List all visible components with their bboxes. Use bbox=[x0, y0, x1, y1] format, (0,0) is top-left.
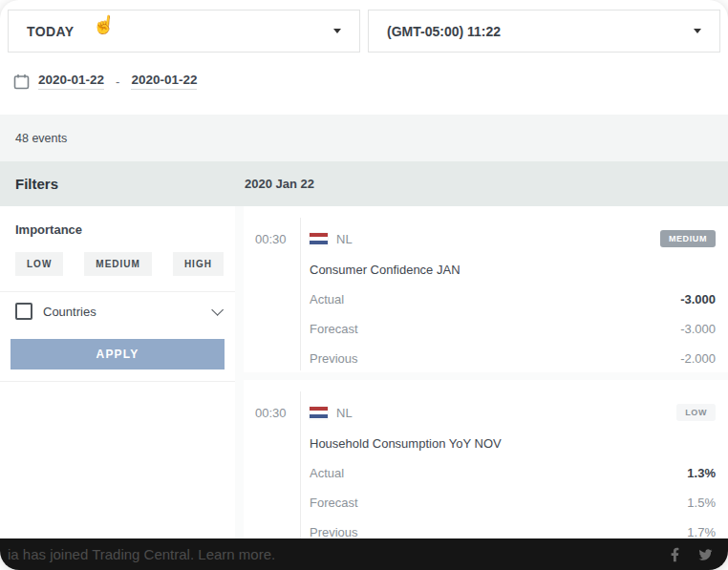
calendar-icon bbox=[13, 74, 30, 90]
economic-calendar-widget: TODAY ☝ (GMT-05:00) 11:22 2020-01-22 - 2… bbox=[0, 0, 728, 570]
main-area: Importance LOW MEDIUM HIGH Countries APP… bbox=[0, 206, 728, 538]
ticker-text[interactable]: ia has joined Trading Central. Learn mor… bbox=[8, 546, 275, 562]
event-time: 00:30 bbox=[244, 391, 300, 538]
event-time: 00:30 bbox=[244, 218, 300, 370]
facebook-icon[interactable] bbox=[671, 547, 679, 562]
apply-button[interactable]: APPLY bbox=[11, 339, 225, 369]
metric-value: -3.000 bbox=[680, 322, 716, 336]
importance-medium-button[interactable]: MEDIUM bbox=[84, 252, 152, 276]
nl-flag-icon bbox=[310, 407, 328, 419]
metric-value: -3.000 bbox=[680, 292, 716, 306]
metric-value: 1.7% bbox=[687, 525, 716, 538]
event-row[interactable]: 00:30 NL LOW Household Consumption YoY N… bbox=[244, 380, 728, 538]
country-code: NL bbox=[336, 406, 353, 420]
metric-label: Actual bbox=[310, 466, 344, 480]
metric-actual: Actual 1.3% bbox=[310, 466, 716, 480]
metric-value: 1.3% bbox=[687, 466, 716, 480]
events-count-label: 48 events bbox=[15, 132, 67, 145]
period-dropdown-label: TODAY bbox=[27, 24, 74, 39]
event-row[interactable]: 00:30 NL MEDIUM Consumer Confidence JAN … bbox=[244, 206, 728, 372]
timezone-dropdown-label: (GMT-05:00) 11:22 bbox=[387, 24, 501, 39]
divider bbox=[0, 381, 235, 382]
event-title: Consumer Confidence JAN bbox=[310, 263, 716, 277]
period-dropdown[interactable]: TODAY ☝ bbox=[8, 10, 360, 53]
importance-badge: LOW bbox=[676, 404, 716, 421]
date-range: 2020-01-22 - 2020-01-22 bbox=[0, 53, 728, 115]
importance-buttons: LOW MEDIUM HIGH bbox=[0, 252, 235, 276]
date-end-input[interactable]: 2020-01-22 bbox=[131, 73, 197, 90]
date-separator: - bbox=[113, 74, 122, 89]
metric-forecast: Forecast 1.5% bbox=[310, 496, 716, 510]
toolbar: TODAY ☝ (GMT-05:00) 11:22 bbox=[0, 0, 728, 53]
metric-previous: Previous 1.7% bbox=[310, 525, 716, 538]
countries-label: Countries bbox=[43, 305, 96, 319]
countries-expander[interactable]: Countries bbox=[0, 291, 235, 330]
metric-forecast: Forecast -3.000 bbox=[310, 322, 716, 336]
chevron-down-icon bbox=[333, 29, 341, 33]
day-header: 2020 Jan 22 bbox=[245, 177, 314, 191]
importance-high-button[interactable]: HIGH bbox=[173, 252, 224, 276]
news-ticker-bar: ia has joined Trading Central. Learn mor… bbox=[0, 538, 728, 570]
section-header: Filters 2020 Jan 22 bbox=[0, 161, 728, 206]
countries-checkbox[interactable] bbox=[15, 303, 32, 320]
metric-label: Forecast bbox=[310, 496, 358, 510]
chevron-down-icon bbox=[694, 29, 701, 33]
metric-value: 1.5% bbox=[687, 496, 716, 510]
filters-title: Filters bbox=[0, 176, 235, 192]
filters-sidebar: Importance LOW MEDIUM HIGH Countries APP… bbox=[0, 206, 235, 538]
importance-low-button[interactable]: LOW bbox=[15, 252, 63, 276]
metric-label: Previous bbox=[310, 351, 358, 366]
metric-previous: Previous -2.000 bbox=[310, 351, 716, 366]
twitter-icon[interactable] bbox=[697, 548, 714, 561]
cursor-hand-icon: ☝ bbox=[92, 11, 118, 36]
metric-label: Actual bbox=[310, 292, 344, 306]
chevron-down-icon bbox=[211, 304, 224, 316]
metric-label: Previous bbox=[310, 525, 358, 538]
event-title: Household Consumption YoY NOV bbox=[310, 436, 716, 451]
importance-badge: MEDIUM bbox=[660, 230, 716, 247]
country-code: NL bbox=[336, 232, 353, 246]
timezone-dropdown[interactable]: (GMT-05:00) 11:22 bbox=[368, 10, 720, 53]
importance-label: Importance bbox=[0, 206, 235, 252]
events-count-bar: 48 events bbox=[0, 115, 728, 161]
nl-flag-icon bbox=[310, 233, 328, 245]
events-list: 00:30 NL MEDIUM Consumer Confidence JAN … bbox=[244, 206, 728, 538]
metric-actual: Actual -3.000 bbox=[310, 292, 716, 306]
metric-value: -2.000 bbox=[680, 351, 716, 366]
date-start-input[interactable]: 2020-01-22 bbox=[38, 73, 104, 90]
metric-label: Forecast bbox=[310, 322, 358, 336]
